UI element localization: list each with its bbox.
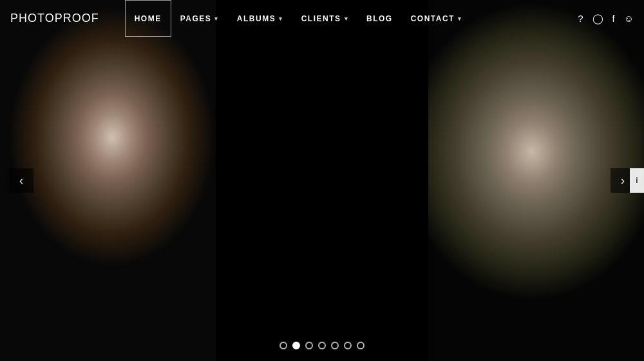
nav-item-home[interactable]: HOME [125, 0, 171, 37]
slide-dot-3[interactable] [318, 342, 326, 349]
slider: ‹ › i [0, 0, 644, 361]
help-icon[interactable]: ? [578, 13, 583, 24]
logo-part2: PROOF [55, 12, 99, 24]
logo-part1: PHOTO [10, 12, 55, 24]
slide-dot-4[interactable] [331, 342, 339, 349]
facebook-icon[interactable]: f [612, 13, 615, 24]
nav-right-icons: ? ◯ f ☺ [578, 13, 634, 24]
slider-dots [279, 342, 365, 349]
nav-item-albums[interactable]: ALBUMS▾ [228, 0, 292, 37]
nav-item-contact[interactable]: CONTACT▾ [402, 0, 471, 37]
slide-dot-2[interactable] [305, 342, 313, 349]
chevron-down-icon: ▾ [345, 15, 349, 22]
prev-arrow-button[interactable]: ‹ [9, 168, 33, 193]
info-button[interactable]: i [630, 168, 644, 193]
slide-dot-6[interactable] [357, 342, 365, 349]
nav-item-blog[interactable]: BLOG [357, 0, 402, 37]
logo-text: PHOTOPROOF [10, 12, 99, 25]
slide-dot-0[interactable] [279, 342, 287, 349]
slide-panel-center [216, 0, 428, 361]
chevron-down-icon: ▾ [279, 15, 283, 22]
logo[interactable]: PHOTOPROOF [10, 12, 99, 25]
instagram-icon[interactable]: ◯ [592, 13, 603, 24]
center-black [216, 0, 428, 361]
chevron-down-icon: ▾ [214, 15, 219, 22]
nav-item-pages[interactable]: PAGES▾ [171, 0, 228, 37]
snapchat-icon[interactable]: ☺ [624, 13, 634, 24]
nav-links: HOMEPAGES▾ALBUMS▾CLIENTS▾BLOGCONTACT▾ [125, 0, 578, 37]
chevron-down-icon: ▾ [458, 15, 462, 22]
navbar: PHOTOPROOF HOMEPAGES▾ALBUMS▾CLIENTS▾BLOG… [0, 0, 644, 37]
slide-dot-1[interactable] [292, 342, 300, 349]
slide-dot-5[interactable] [344, 342, 352, 349]
nav-item-clients[interactable]: CLIENTS▾ [292, 0, 357, 37]
